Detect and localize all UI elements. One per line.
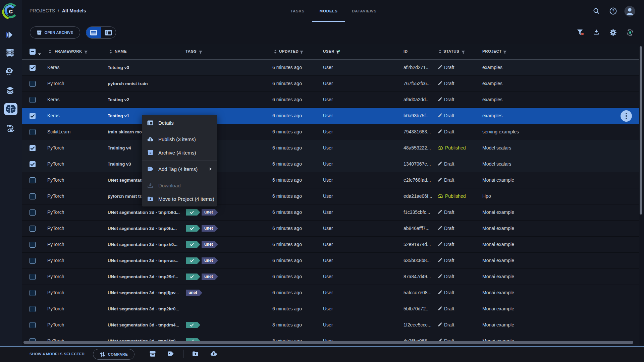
svg-text:c: c	[9, 7, 13, 15]
svg-text:?: ?	[612, 9, 614, 13]
